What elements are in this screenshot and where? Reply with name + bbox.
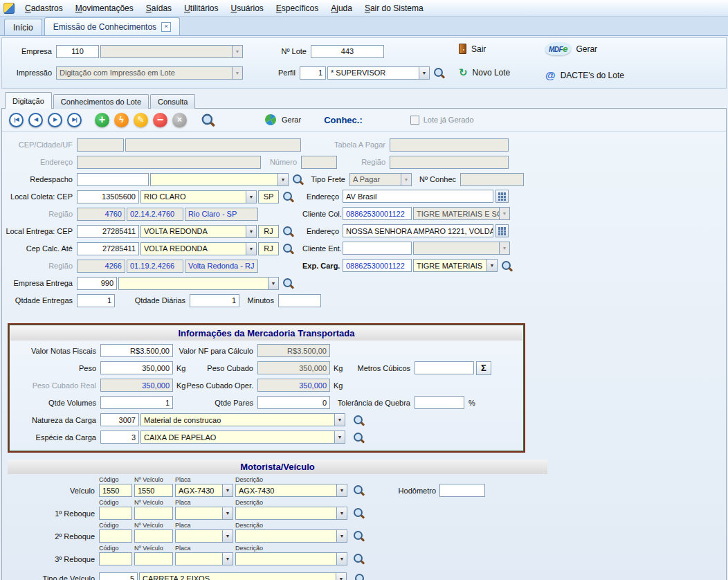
chevron-down-icon[interactable]: ▼ <box>336 572 347 580</box>
placa-combo[interactable]: ▼ <box>175 507 233 520</box>
post-record-button[interactable]: ϟ <box>114 113 129 127</box>
search-icon[interactable] <box>291 173 304 185</box>
chevron-down-icon[interactable]: ▼ <box>401 173 412 186</box>
descricao-combo[interactable]: ▼ <box>235 507 347 520</box>
empresa-combo[interactable]: ▼ <box>100 45 243 58</box>
tipo-frete-combo[interactable]: A Pagar ▼ <box>349 173 412 186</box>
search-icon[interactable] <box>352 484 365 496</box>
peso-field[interactable]: 350,000 <box>100 361 173 374</box>
chevron-down-icon[interactable]: ▼ <box>222 552 233 565</box>
chevron-down-icon[interactable]: ▼ <box>334 413 345 426</box>
entrega-uf-field[interactable]: RJ <box>258 225 279 238</box>
menu-saidas[interactable]: Saídas <box>140 1 177 15</box>
empresa-entrega-field[interactable]: 990 <box>77 277 117 290</box>
search-icon[interactable] <box>354 572 366 580</box>
subtab-digitacao[interactable]: Digitação <box>5 92 52 109</box>
empresa-combo-field[interactable] <box>100 45 232 58</box>
chevron-down-icon[interactable]: ▼ <box>222 507 233 520</box>
coleta-cidade-combo[interactable]: RIO CLARO ▼ <box>140 190 257 203</box>
next-record-button[interactable]: ▶ <box>48 113 62 127</box>
coleta-cep-field[interactable]: 13505600 <box>77 190 139 203</box>
cliente-ent-nome-field[interactable] <box>413 242 499 255</box>
qtde-volumes-field[interactable]: 1 <box>100 396 173 409</box>
entrega-cep-field[interactable]: 27285411 <box>77 225 139 238</box>
reboque1-codigo-field[interactable] <box>99 507 132 520</box>
reboque3-codigo-field[interactable] <box>99 552 132 565</box>
chevron-down-icon[interactable]: ▼ <box>232 66 243 80</box>
redespacho-combo[interactable]: ▼ <box>150 173 289 186</box>
search-icon[interactable] <box>500 260 513 272</box>
descricao-combo[interactable]: ▼ <box>235 529 347 543</box>
placa-combo[interactable]: ▼ <box>175 529 233 543</box>
menu-cadastros[interactable]: Cadastros <box>19 1 69 15</box>
cepcalc-cidade-field[interactable]: VOLTA REDONDA <box>140 242 246 255</box>
address-button[interactable] <box>495 190 509 203</box>
menu-movimentacoes[interactable]: Movimentações <box>70 1 139 15</box>
lote-field[interactable]: 443 <box>311 45 384 58</box>
redespacho-code-field[interactable] <box>77 173 149 186</box>
natureza-combo[interactable]: Material de construcao ▼ <box>140 413 345 426</box>
search-icon[interactable] <box>282 190 294 203</box>
exp-carg-cnpj-field[interactable]: 08862530001122 <box>343 259 412 272</box>
search-icon[interactable] <box>433 66 445 79</box>
empresa-entrega-combo-field[interactable] <box>118 277 268 290</box>
prev-record-button[interactable]: ◀ <box>28 113 43 127</box>
entrega-cidade-field[interactable]: VOLTA REDONDA <box>140 225 246 238</box>
search-icon[interactable] <box>282 225 294 237</box>
cepcalc-cep-field[interactable]: 27285411 <box>77 242 139 255</box>
chevron-down-icon[interactable]: ▼ <box>277 173 289 186</box>
redespacho-combo-field[interactable] <box>150 173 277 186</box>
chevron-down-icon[interactable]: ▼ <box>222 484 233 497</box>
tipo-frete-value[interactable]: A Pagar <box>349 173 401 186</box>
menu-ajuda[interactable]: Ajuda <box>325 1 358 15</box>
placa-field[interactable]: AGX-7430 <box>175 484 222 497</box>
minutos-field[interactable] <box>278 294 321 307</box>
close-icon[interactable]: × <box>161 22 171 32</box>
entrega-cidade-combo[interactable]: VOLTA REDONDA ▼ <box>140 225 257 238</box>
natureza-desc-field[interactable]: Material de construcao <box>140 413 334 426</box>
perfil-combo[interactable]: * SUPERVISOR ▼ <box>327 66 430 80</box>
chevron-down-icon[interactable]: ▼ <box>419 66 430 80</box>
qtde-pares-field[interactable]: 0 <box>257 396 330 409</box>
chevron-down-icon[interactable]: ▼ <box>336 507 347 520</box>
subtab-conhecimentos-do-lote[interactable]: Conhecimentos do Lote <box>53 94 149 109</box>
veiculo-numero-field[interactable]: 1550 <box>134 484 173 497</box>
placa-combo[interactable]: ▼ <box>175 552 233 565</box>
chevron-down-icon[interactable]: ▼ <box>499 207 510 220</box>
chevron-down-icon[interactable]: ▼ <box>222 529 233 543</box>
qtdade-entregas-field[interactable]: 1 <box>77 294 115 307</box>
valor-nf-field[interactable]: R$3.500,00 <box>100 344 173 357</box>
tab-emissao-conhecimentos[interactable]: Emissão de Conhecimentos × <box>44 17 180 35</box>
metros-cubicos-field[interactable] <box>415 361 474 374</box>
chevron-down-icon[interactable]: ▼ <box>246 190 257 203</box>
perfil-num-field[interactable]: 1 <box>300 66 326 80</box>
gerar-button[interactable]: Gerar <box>264 114 301 126</box>
delete-record-button[interactable]: − <box>153 113 167 127</box>
cliente-ent-cnpj-field[interactable] <box>343 242 412 255</box>
reboque3-numero-field[interactable] <box>134 552 173 565</box>
sair-button[interactable]: Sair <box>459 44 486 54</box>
chevron-down-icon[interactable]: ▼ <box>486 259 498 272</box>
descricao-field[interactable]: AGX-7430 <box>235 484 336 497</box>
lote-ja-gerado-checkbox[interactable]: Lote já Gerado <box>410 116 474 125</box>
descricao-field[interactable] <box>235 507 336 520</box>
placa-field[interactable] <box>175 529 222 543</box>
tab-inicio[interactable]: Início <box>4 19 42 35</box>
cliente-col-cnpj-field[interactable]: 08862530001122 <box>343 207 412 220</box>
address-button[interactable] <box>495 224 509 237</box>
cepcalc-cidade-combo[interactable]: VOLTA REDONDA ▼ <box>140 242 257 255</box>
search-icon[interactable] <box>352 431 365 444</box>
cepcalc-uf-field[interactable]: RJ <box>258 242 279 255</box>
first-record-button[interactable]: |◀ <box>9 113 24 127</box>
chevron-down-icon[interactable]: ▼ <box>334 431 345 444</box>
chevron-down-icon[interactable]: ▼ <box>232 45 243 58</box>
novo-lote-button[interactable]: ↻ Novo Lote <box>459 67 510 78</box>
qtdade-diarias-field[interactable]: 1 <box>190 294 239 307</box>
search-icon[interactable] <box>282 277 294 289</box>
edit-record-button[interactable]: ✎ <box>134 113 148 127</box>
add-record-button[interactable]: + <box>95 113 109 127</box>
search-icon[interactable] <box>352 529 365 542</box>
coleta-endereco-field[interactable]: AV Brasil <box>343 190 493 203</box>
reboque2-numero-field[interactable] <box>134 529 173 543</box>
placa-field[interactable] <box>175 552 222 565</box>
